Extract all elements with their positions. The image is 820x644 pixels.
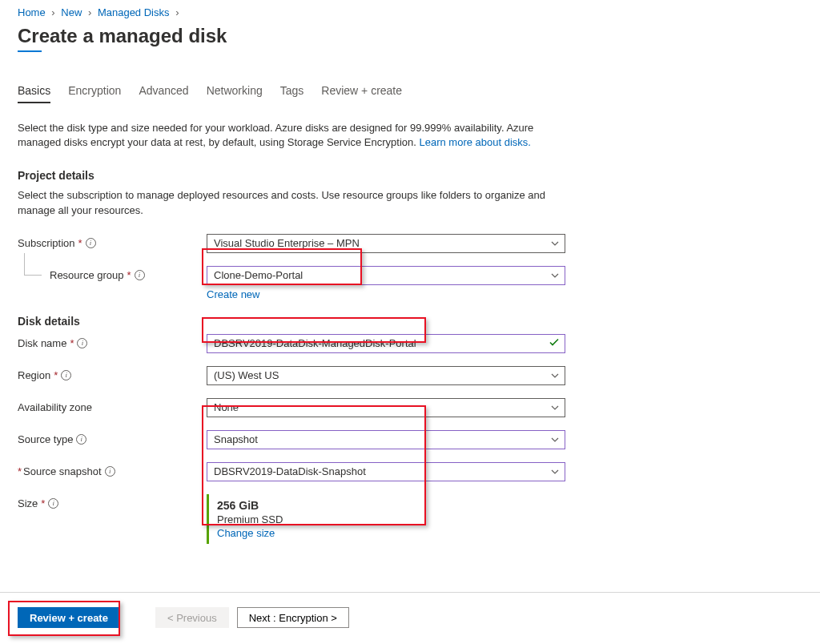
breadcrumb: Home › New › Managed Disks ›	[18, 6, 802, 23]
info-icon[interactable]: i	[77, 338, 87, 348]
previous-button: < Previous	[155, 607, 229, 628]
source-snapshot-select[interactable]: DBSRV2019-DataDisk-Snapshot	[207, 462, 565, 481]
resource-group-select[interactable]: Clone-Demo-Portal	[207, 266, 565, 285]
chevron-right-icon: ›	[51, 6, 54, 18]
info-icon[interactable]: i	[48, 498, 58, 509]
availability-zone-select[interactable]: None	[207, 398, 565, 417]
required-indicator: *	[41, 497, 45, 509]
breadcrumb-new[interactable]: New	[61, 6, 82, 18]
chevron-right-icon: ›	[88, 6, 91, 18]
disk-name-input[interactable]: DBSRV2019-DataDisk-ManagedDisk-Portal	[207, 334, 565, 353]
size-box: 256 GiB Premium SSD Change size	[207, 494, 565, 544]
next-button[interactable]: Next : Encryption >	[237, 607, 349, 628]
availability-zone-label: Availability zone	[18, 398, 207, 413]
info-icon[interactable]: i	[61, 370, 71, 380]
subscription-select[interactable]: Visual Studio Enterprise – MPN	[207, 234, 565, 253]
tab-basics[interactable]: Basics	[18, 84, 50, 103]
chevron-down-icon	[550, 271, 560, 280]
resource-group-label: Resource group * i	[18, 266, 207, 281]
disk-name-label: Disk name * i	[18, 334, 207, 349]
required-indicator: *	[78, 237, 82, 249]
chevron-down-icon	[550, 371, 560, 380]
tabs: Basics Encryption Advanced Networking Ta…	[18, 84, 802, 103]
required-indicator: *	[18, 465, 22, 477]
required-indicator: *	[54, 369, 58, 381]
chevron-down-icon	[550, 435, 560, 445]
chevron-down-icon	[550, 239, 560, 248]
footer: Review + create < Previous Next : Encryp…	[0, 592, 820, 628]
info-icon[interactable]: i	[105, 466, 115, 477]
size-tier: Premium SSD	[217, 513, 557, 525]
source-type-select[interactable]: Snapshot	[207, 430, 565, 449]
tree-connector	[24, 253, 42, 276]
info-icon[interactable]: i	[86, 238, 96, 248]
tab-review-create[interactable]: Review + create	[321, 84, 402, 103]
change-size-link[interactable]: Change size	[217, 527, 275, 539]
learn-more-link[interactable]: Learn more about disks.	[420, 136, 531, 148]
create-new-link[interactable]: Create new	[207, 288, 259, 300]
tab-encryption[interactable]: Encryption	[68, 84, 121, 103]
breadcrumb-home[interactable]: Home	[18, 6, 46, 18]
page-title: Create a managed disk	[18, 25, 802, 47]
size-label: Size * i	[18, 494, 207, 509]
review-create-button[interactable]: Review + create	[18, 607, 120, 628]
check-icon	[549, 336, 560, 350]
tab-networking[interactable]: Networking	[207, 84, 263, 103]
region-select[interactable]: (US) West US	[207, 366, 565, 385]
size-value: 256 GiB	[217, 499, 557, 512]
intro-text: Select the disk type and size needed for…	[18, 121, 578, 150]
region-label: Region * i	[18, 366, 207, 381]
tab-advanced[interactable]: Advanced	[139, 84, 188, 103]
info-icon[interactable]: i	[76, 434, 86, 445]
source-snapshot-label: *Source snapshot i	[18, 462, 207, 477]
required-indicator: *	[127, 269, 131, 281]
info-icon[interactable]: i	[135, 270, 145, 280]
title-underline	[18, 50, 42, 52]
project-details-desc: Select the subscription to manage deploy…	[18, 188, 578, 217]
breadcrumb-managed-disks[interactable]: Managed Disks	[98, 6, 170, 18]
disk-details-heading: Disk details	[18, 315, 802, 328]
project-details-heading: Project details	[18, 169, 802, 182]
source-type-label: Source type i	[18, 430, 207, 445]
chevron-right-icon: ›	[175, 6, 179, 18]
subscription-label: Subscription * i	[18, 234, 207, 249]
chevron-down-icon	[550, 403, 560, 413]
tab-tags[interactable]: Tags	[280, 84, 304, 103]
required-indicator: *	[70, 337, 74, 349]
chevron-down-icon	[550, 467, 560, 477]
